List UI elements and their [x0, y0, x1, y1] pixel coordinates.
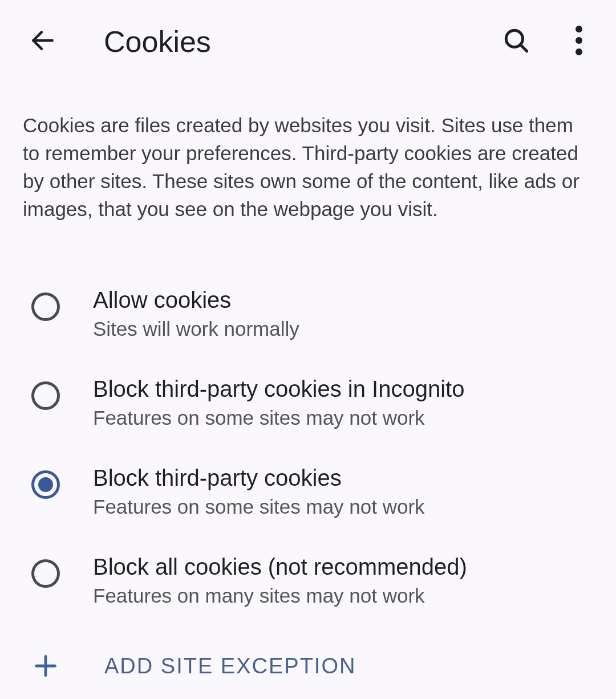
radio-icon: [31, 292, 60, 321]
radio-icon: [31, 470, 60, 499]
add-site-exception-button[interactable]: ADD SITE EXCEPTION: [0, 624, 616, 699]
option-allow-cookies[interactable]: Allow cookies Sites will work normally: [0, 269, 616, 357]
option-subtitle: Features on some sites may not work: [93, 407, 464, 429]
more-vert-icon: [576, 26, 582, 58]
option-subtitle: Features on some sites may not work: [93, 495, 425, 518]
option-subtitle: Features on many sites may not work: [93, 584, 467, 607]
back-button[interactable]: [23, 22, 63, 62]
radio-icon: [31, 559, 60, 588]
radio-icon: [31, 381, 60, 410]
cookie-options-list: Allow cookies Sites will work normally B…: [0, 240, 616, 624]
option-text: Block all cookies (not recommended) Feat…: [93, 552, 467, 607]
search-icon: [502, 26, 530, 57]
option-title: Allow cookies: [93, 286, 299, 314]
option-block-all-cookies[interactable]: Block all cookies (not recommended) Feat…: [0, 535, 616, 624]
option-text: Block third-party cookies Features on so…: [93, 464, 425, 518]
header-actions: [496, 22, 599, 62]
app-header: Cookies: [0, 0, 616, 83]
page-title: Cookies: [104, 25, 496, 59]
option-title: Block third-party cookies: [93, 464, 425, 492]
option-title: Block all cookies (not recommended): [93, 552, 467, 581]
option-text: Allow cookies Sites will work normally: [93, 286, 299, 340]
option-subtitle: Sites will work normally: [93, 318, 299, 340]
overflow-menu-button[interactable]: [559, 22, 599, 62]
svg-point-4: [576, 37, 582, 44]
option-title: Block third-party cookies in Incognito: [93, 375, 464, 403]
option-block-third-party-incognito[interactable]: Block third-party cookies in Incognito F…: [0, 357, 616, 446]
cookies-description: Cookies are files created by websites yo…: [0, 83, 616, 240]
svg-point-3: [576, 26, 582, 32]
svg-point-5: [576, 48, 582, 55]
search-button[interactable]: [496, 22, 536, 62]
option-text: Block third-party cookies in Incognito F…: [93, 375, 464, 429]
svg-line-2: [520, 44, 526, 51]
option-block-third-party[interactable]: Block third-party cookies Features on so…: [0, 446, 616, 535]
add-site-exception-label: ADD SITE EXCEPTION: [104, 654, 356, 678]
plus-icon: [31, 652, 60, 680]
back-arrow-icon: [29, 26, 57, 57]
